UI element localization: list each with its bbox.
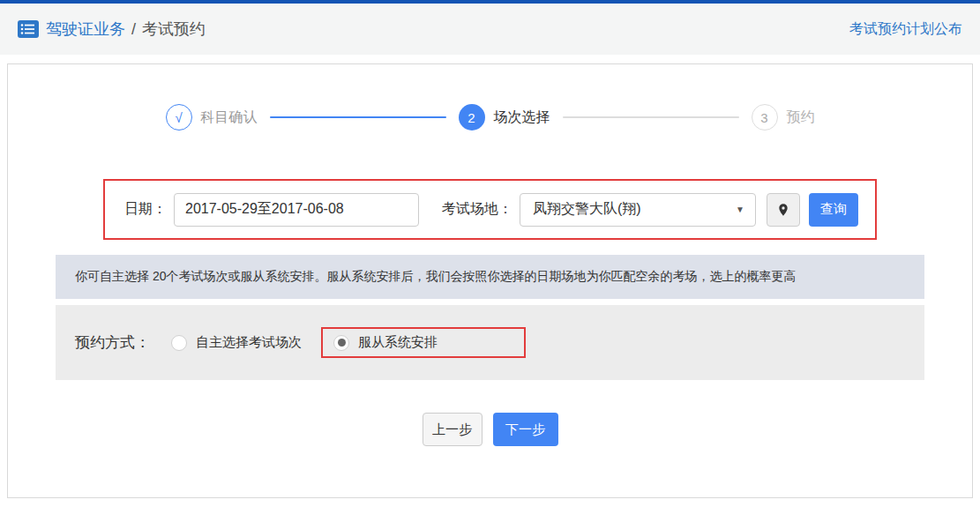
date-label: 日期： — [124, 200, 167, 219]
step2-label: 场次选择 — [494, 108, 550, 127]
header: 驾驶证业务 / 考试预约 考试预约计划公布 — [0, 4, 980, 55]
step-session-select: 2 场次选择 — [459, 104, 550, 130]
stepper: √ 科目确认 2 场次选择 3 预约 — [8, 104, 972, 130]
radio-unchecked-icon[interactable] — [171, 335, 187, 351]
step-booking: 3 预约 — [752, 104, 815, 130]
search-button[interactable]: 查询 — [809, 193, 858, 227]
step3-number: 3 — [752, 104, 778, 130]
radio-checked-icon[interactable] — [333, 335, 349, 351]
breadcrumb: 驾驶证业务 / 考试预约 — [18, 19, 206, 40]
step-connector-done — [270, 116, 446, 118]
radio-dot — [338, 339, 346, 347]
notice-text: 你可自主选择 20个考试场次或服从系统安排。服从系统安排后，我们会按照你选择的日… — [75, 269, 796, 285]
previous-step-button[interactable]: 上一步 — [423, 413, 483, 446]
venue-selected-value: 凤翔交警大队(翔) — [533, 200, 641, 219]
booking-method-label: 预约方式： — [75, 332, 150, 353]
venue-label: 考试场地： — [442, 200, 512, 219]
date-range-input[interactable] — [174, 193, 419, 227]
actions-row: 上一步 下一步 — [8, 413, 972, 446]
main-panel: √ 科目确认 2 场次选择 3 预约 日期： 考试场地： 凤翔交警大队(翔) ▼… — [7, 63, 973, 498]
step-subject-confirm: √ 科目确认 — [166, 104, 258, 130]
step2-number: 2 — [459, 104, 485, 130]
radio-option-system-arrange-label: 服从系统安排 — [358, 334, 438, 351]
breadcrumb-primary[interactable]: 驾驶证业务 — [46, 19, 125, 40]
radio-option-self-select-label: 自主选择考试场次 — [196, 334, 302, 351]
step1-check-icon: √ — [166, 104, 192, 130]
breadcrumb-separator: / — [131, 20, 136, 39]
step1-label: 科目确认 — [201, 108, 258, 127]
filter-row-highlighted: 日期： 考试场地： 凤翔交警大队(翔) ▼ 查询 — [103, 179, 877, 240]
chevron-down-icon: ▼ — [736, 205, 744, 214]
list-icon — [18, 20, 39, 38]
step-connector-pending — [563, 116, 739, 118]
breadcrumb-current: 考试预约 — [142, 19, 206, 40]
location-pin-icon — [776, 203, 790, 217]
step3-label: 预约 — [787, 108, 815, 127]
notice-bar: 你可自主选择 20个考试场次或服从系统安排。服从系统安排后，我们会按照你选择的日… — [56, 255, 924, 299]
map-location-button[interactable] — [767, 193, 800, 227]
next-step-button[interactable]: 下一步 — [493, 413, 558, 446]
exam-plan-link[interactable]: 考试预约计划公布 — [849, 20, 962, 39]
radio-option-system-arrange[interactable]: 服从系统安排 — [321, 327, 526, 358]
radio-option-self-select[interactable]: 自主选择考试场次 — [171, 334, 302, 351]
booking-method-section: 预约方式： 自主选择考试场次 服从系统安排 — [56, 305, 924, 380]
venue-select[interactable]: 凤翔交警大队(翔) ▼ — [520, 193, 756, 227]
